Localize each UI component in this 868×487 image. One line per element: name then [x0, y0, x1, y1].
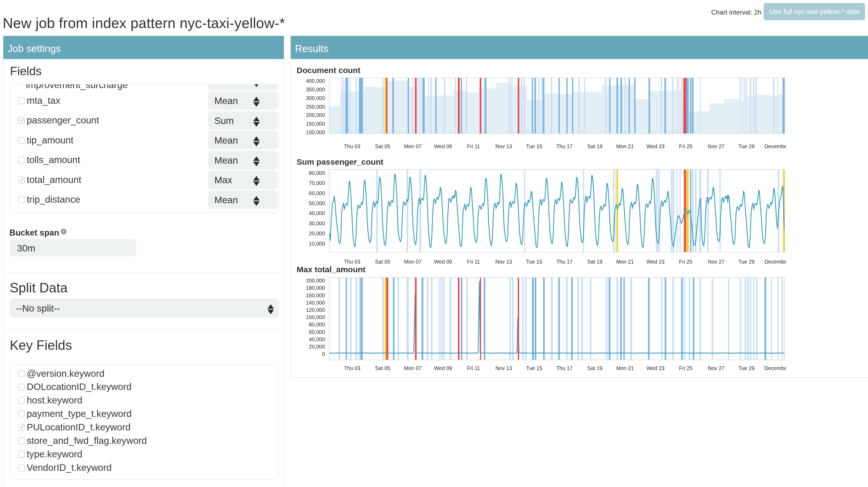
svg-text:70,000: 70,000	[309, 180, 325, 186]
svg-text:December: December	[765, 143, 789, 149]
svg-text:Nov 27: Nov 27	[708, 365, 724, 371]
svg-text:Mon 21: Mon 21	[616, 365, 634, 371]
svg-text:100,000: 100,000	[306, 314, 325, 320]
svg-text:Fri 11: Fri 11	[467, 143, 480, 149]
svg-text:Mon 21: Mon 21	[616, 259, 634, 265]
svg-text:Mon 07: Mon 07	[404, 143, 422, 149]
svg-text:Tue 29: Tue 29	[738, 143, 754, 149]
svg-text:Nov 13: Nov 13	[495, 259, 512, 265]
svg-text:Wed 23: Wed 23	[647, 143, 665, 149]
svg-text:Wed 09: Wed 09	[434, 365, 452, 371]
svg-text:160,000: 160,000	[306, 292, 325, 298]
svg-text:20,000: 20,000	[309, 344, 325, 350]
svg-text:Sat 05: Sat 05	[375, 259, 391, 265]
svg-text:250,000: 250,000	[306, 104, 325, 110]
svg-text:40,000: 40,000	[309, 210, 325, 216]
svg-text:Sat 19: Sat 19	[587, 259, 602, 265]
svg-text:0: 0	[322, 351, 325, 357]
svg-text:Wed 09: Wed 09	[434, 143, 452, 149]
svg-text:Thu 03: Thu 03	[344, 259, 361, 265]
svg-text:Tue 29: Tue 29	[738, 259, 754, 265]
svg-text:80,000: 80,000	[309, 322, 325, 327]
svg-text:Fri 11: Fri 11	[467, 259, 480, 265]
svg-text:Tue 15: Tue 15	[526, 365, 542, 371]
svg-text:Tue 15: Tue 15	[526, 143, 542, 149]
svg-text:Tue 15: Tue 15	[526, 259, 542, 265]
svg-text:Tue 29: Tue 29	[738, 365, 754, 371]
svg-text:150,000: 150,000	[306, 121, 325, 127]
svg-text:Sat 05: Sat 05	[375, 365, 391, 371]
svg-text:Fri 11: Fri 11	[467, 365, 480, 371]
svg-text:Sat 05: Sat 05	[375, 143, 391, 149]
svg-text:Thu 17: Thu 17	[556, 143, 573, 149]
svg-text:120,000: 120,000	[306, 307, 325, 313]
svg-text:40,000: 40,000	[309, 336, 325, 342]
svg-text:Thu 17: Thu 17	[556, 259, 573, 265]
svg-text:300,000: 300,000	[306, 95, 325, 101]
svg-text:Wed 23: Wed 23	[647, 365, 665, 371]
svg-text:60,000: 60,000	[309, 329, 325, 335]
svg-text:180,000: 180,000	[306, 285, 325, 291]
svg-text:Mon 07: Mon 07	[404, 365, 422, 371]
svg-text:60,000: 60,000	[309, 190, 325, 196]
svg-text:Nov 27: Nov 27	[708, 259, 724, 265]
svg-text:Nov 27: Nov 27	[708, 143, 724, 149]
svg-text:December: December	[765, 259, 789, 265]
svg-text:Mon 07: Mon 07	[404, 259, 422, 265]
svg-text:Thu 03: Thu 03	[344, 365, 361, 371]
svg-text:10,000: 10,000	[309, 241, 325, 247]
svg-text:Wed 23: Wed 23	[647, 259, 665, 265]
svg-text:Nov 13: Nov 13	[495, 365, 512, 371]
svg-text:100,000: 100,000	[306, 129, 325, 135]
svg-text:Mon 21: Mon 21	[616, 143, 634, 149]
svg-text:Wed 09: Wed 09	[434, 259, 452, 265]
svg-text:200,000: 200,000	[306, 278, 325, 284]
svg-text:200,000: 200,000	[306, 112, 325, 118]
svg-text:50,000: 50,000	[309, 200, 325, 206]
svg-text:Thu 17: Thu 17	[556, 365, 573, 371]
svg-text:Fri 25: Fri 25	[679, 365, 692, 371]
svg-text:December: December	[765, 365, 789, 371]
svg-text:Sat 19: Sat 19	[587, 365, 602, 371]
svg-text:140,000: 140,000	[306, 300, 325, 305]
svg-text:Fri 25: Fri 25	[679, 143, 692, 149]
svg-text:20,000: 20,000	[309, 230, 325, 236]
svg-text:80,000: 80,000	[309, 170, 325, 176]
svg-text:30,000: 30,000	[309, 221, 325, 226]
svg-text:Sat 19: Sat 19	[587, 143, 602, 149]
svg-text:Fri 25: Fri 25	[679, 259, 692, 265]
svg-text:Nov 13: Nov 13	[495, 143, 512, 149]
svg-text:Thu 03: Thu 03	[344, 143, 361, 149]
svg-text:400,000: 400,000	[306, 78, 325, 84]
svg-text:350,000: 350,000	[306, 87, 325, 92]
